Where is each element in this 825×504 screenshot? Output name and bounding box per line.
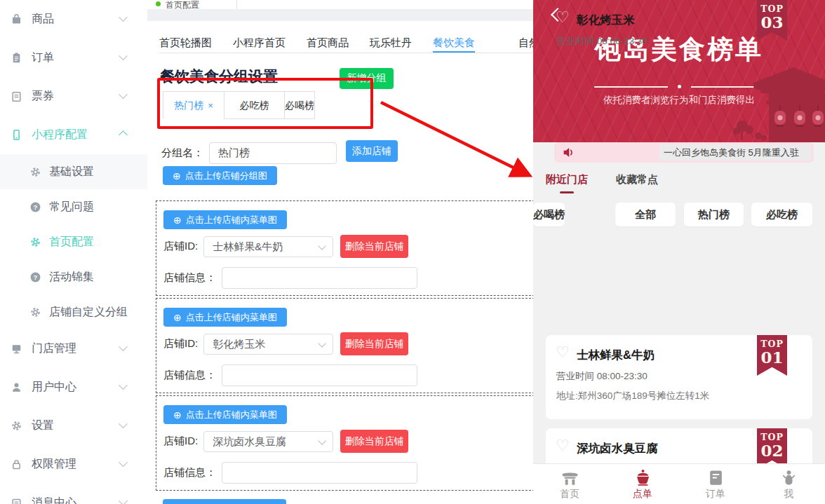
group-name-row: 分组名：: [161, 142, 337, 164]
phone-tab-label: 附近门店: [546, 173, 588, 185]
nav-tab[interactable]: 首页商品: [307, 34, 349, 52]
nav-tab[interactable]: 首页轮播图: [159, 34, 212, 52]
upload-menu-image-button[interactable]: 点击上传店铺内菜单图: [163, 308, 287, 327]
chevron-icon: [119, 342, 128, 351]
store-info-input[interactable]: [222, 365, 417, 386]
plus-circle-icon: [173, 214, 182, 226]
nav-tab[interactable]: 餐饮美食: [433, 34, 475, 52]
sidebar-item[interactable]: ? 活动锦集: [0, 259, 147, 294]
nav-tab[interactable]: 自然: [518, 34, 533, 52]
store-select[interactable]: 深坑卤水臭豆腐: [203, 431, 333, 452]
store-select-value: 深坑卤水臭豆腐: [213, 435, 286, 447]
group-tab[interactable]: 必吃榜: [224, 91, 285, 119]
pagoda-illustration: [727, 62, 825, 142]
tab-bar-item[interactable]: 我: [752, 464, 825, 504]
sidebar-item[interactable]: 设置: [0, 407, 147, 445]
nav-tab[interactable]: 小程序首页: [233, 34, 286, 52]
sidebar-item[interactable]: ? 常见问题: [0, 189, 147, 224]
sidebar-item-label: 基础设置: [49, 165, 94, 179]
sidebar-item[interactable]: 首页配置: [0, 224, 147, 259]
top-tab[interactable]: 首页配置: [147, 0, 237, 10]
filter-chips: 全部 热门榜 必吃榜 必喝榜: [533, 203, 825, 235]
gear-icon: [11, 420, 22, 432]
nav-tab[interactable]: 玩乐牡丹: [370, 34, 412, 52]
tab-bar-item[interactable]: 订单: [679, 464, 752, 504]
sidebar-item[interactable]: 用户中心: [0, 368, 147, 407]
group-name-input[interactable]: [209, 142, 337, 164]
group-name-label: 分组名：: [161, 147, 203, 160]
sidebar-item[interactable]: 店铺自定义分组: [0, 294, 147, 329]
lock-icon: [11, 458, 22, 470]
page-title: 餐饮美食分组设置: [160, 67, 278, 86]
heart-icon[interactable]: ♡: [556, 343, 570, 362]
question-icon: ?: [29, 271, 41, 283]
upload-menu-image-button-peek[interactable]: 点击上传店铺内菜单图: [163, 499, 286, 504]
store-icon: [11, 343, 22, 355]
plus-circle-icon: [173, 409, 182, 421]
store-info-input[interactable]: [222, 462, 417, 484]
heart-icon[interactable]: ♡: [556, 437, 570, 455]
heart-icon[interactable]: ♡: [556, 8, 570, 27]
add-store-button[interactable]: 添加店铺: [346, 140, 398, 162]
sidebar-item[interactable]: 订单: [0, 39, 147, 77]
group-tab[interactable]: 必喝榜: [284, 91, 315, 119]
store-id-row: 店铺ID: 深坑卤水臭豆腐 删除当前店铺: [163, 430, 408, 453]
sidebar-item[interactable]: 商品: [0, 0, 147, 39]
store-sections: 点击上传店铺内菜单图 店铺ID: 士林鲜果&牛奶 删除当前店铺 店铺信息： 点击…: [156, 200, 533, 493]
upload-menu-image-button[interactable]: 点击上传店铺内菜单图: [163, 405, 287, 424]
tab-bar-label: 订单: [706, 488, 725, 500]
sidebar-item-label: 订单: [32, 50, 54, 65]
upload-menu-image-button[interactable]: 点击上传店铺内菜单图: [163, 210, 287, 229]
store-info-label: 店铺信息：: [163, 369, 216, 382]
group-tab-label: 必喝榜: [285, 100, 314, 111]
sidebar-item[interactable]: 基础设置: [0, 154, 147, 189]
message-icon: [11, 497, 22, 504]
filter-chip[interactable]: 热门榜: [684, 203, 744, 226]
sidebar-item[interactable]: 消息中心: [0, 484, 147, 504]
add-group-button[interactable]: 新增分组: [340, 68, 394, 89]
sidebar-item[interactable]: 门店管理: [0, 329, 147, 368]
delete-store-button[interactable]: 删除当前店铺: [340, 235, 408, 258]
filter-chip-label: 热门榜: [698, 208, 730, 220]
phone-tab[interactable]: 收藏常点: [616, 173, 658, 193]
chevron-icon: [119, 419, 128, 428]
sidebar: 商品 订单 票券 小程序配置 基础设置 ? 常见问题 首页配置 ?: [0, 0, 148, 504]
rank-ribbon-number: 02: [757, 442, 787, 459]
tab-bar-item[interactable]: 点单: [606, 464, 679, 504]
upload-group-image-label: 点击上传店铺分组图: [185, 170, 267, 182]
store-select[interactable]: 彰化烤玉米: [203, 334, 333, 355]
close-icon[interactable]: [208, 93, 213, 119]
upload-group-image-button[interactable]: 点击上传店铺分组图: [163, 166, 277, 185]
nav-tab-label: 玩乐牡丹: [370, 36, 412, 48]
sidebar-item[interactable]: 小程序配置: [0, 116, 147, 154]
notice-banner[interactable]: 一心回乡饱岛美食街 5月隆重入驻: [554, 142, 814, 163]
store-card[interactable]: ♡ 士林鲜果&牛奶 营业时间 08:00-23:30 地址:郑州360广场189…: [546, 335, 812, 419]
store-section: 点击上传店铺内菜单图 店铺ID: 士林鲜果&牛奶 删除当前店铺 店铺信息：: [156, 200, 533, 296]
store-id-row: 店铺ID: 彰化烤玉米 删除当前店铺: [163, 332, 408, 355]
filter-chip[interactable]: 必喝榜: [533, 203, 565, 226]
filter-chip[interactable]: 全部: [615, 203, 676, 226]
store-info-label: 店铺信息：: [163, 466, 216, 479]
chevron-icon: [119, 458, 128, 467]
sidebar-item[interactable]: 票券: [0, 77, 147, 116]
group-tab[interactable]: 热门榜: [163, 91, 224, 119]
store-section: 点击上传店铺内菜单图 店铺ID: 彰化烤玉米 删除当前店铺 店铺信息：: [156, 298, 533, 393]
top-tab-label: 首页配置: [166, 1, 199, 9]
phone-tab[interactable]: 附近门店: [546, 173, 588, 193]
gear-icon: [29, 166, 41, 178]
filter-chip-label: 必喝榜: [533, 208, 565, 220]
store-info-row: 店铺信息：: [163, 365, 417, 386]
delete-store-button[interactable]: 删除当前店铺: [340, 430, 408, 453]
sidebar-item-label: 首页配置: [49, 235, 94, 250]
delete-store-button[interactable]: 删除当前店铺: [340, 332, 408, 355]
sidebar-item[interactable]: 权限管理: [0, 445, 147, 484]
filter-chip[interactable]: 必吃榜: [751, 203, 812, 226]
tab-bar-item[interactable]: 首页: [533, 464, 606, 504]
group-tab-label: 必吃榜: [240, 100, 269, 111]
store-select[interactable]: 士林鲜果&牛奶: [203, 236, 333, 257]
store-info-input[interactable]: [222, 267, 417, 289]
store-select-value: 士林鲜果&牛奶: [213, 240, 283, 252]
store-id-label: 店铺ID:: [163, 240, 198, 253]
home-icon: [561, 468, 579, 487]
chevron-icon: [119, 381, 128, 390]
